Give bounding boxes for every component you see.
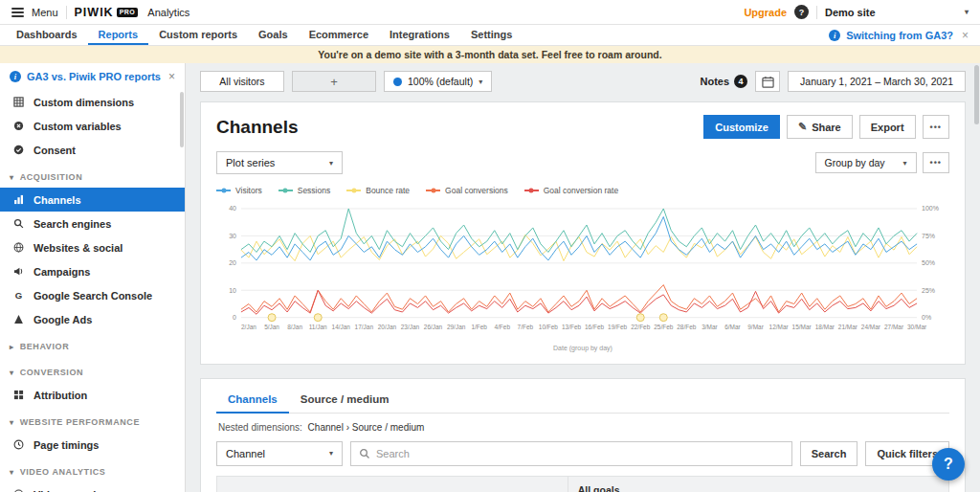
chevron-down-icon: ▾ <box>329 449 333 458</box>
nav-tab-ecommerce[interactable]: Ecommerce <box>299 25 379 45</box>
svg-text:22/Feb: 22/Feb <box>631 324 651 330</box>
close-icon[interactable]: × <box>962 29 969 42</box>
share-button[interactable]: ✎Share <box>787 115 853 139</box>
google-ads-icon <box>12 314 25 324</box>
svg-text:30/Mar: 30/Mar <box>907 324 927 330</box>
hamburger-menu-icon[interactable] <box>11 8 24 17</box>
nav-tab-custom-reports[interactable]: Custom reports <box>148 25 248 45</box>
tab-channels[interactable]: Channels <box>216 388 289 414</box>
search-button[interactable]: Search <box>800 441 858 466</box>
consent-icon <box>12 145 25 155</box>
help-button[interactable]: ? <box>932 448 965 481</box>
sidebar-item-consent[interactable]: Consent <box>0 138 185 162</box>
sidebar-item-custom-dimensions[interactable]: Custom dimensions <box>0 90 185 114</box>
svg-text:6/Mar: 6/Mar <box>724 324 741 330</box>
section-label: ACQUISITION <box>20 172 83 182</box>
legend-marker-icon <box>346 190 361 191</box>
switching-ga3-link[interactable]: Switching from GA3? <box>846 30 953 41</box>
close-icon[interactable]: × <box>168 70 175 83</box>
customize-button[interactable]: Customize <box>703 115 780 139</box>
calendar-icon <box>762 76 774 88</box>
calendar-button[interactable] <box>755 71 780 92</box>
sidebar-item-search-engines[interactable]: Search engines <box>0 212 185 235</box>
sidebar-item-google-ads[interactable]: Google Ads <box>0 307 185 331</box>
svg-text:2/Jan: 2/Jan <box>241 324 256 330</box>
table-filters: Channel ▾ Search Quick filters <box>216 441 949 476</box>
sidebar-item-google-search-console[interactable]: GGoogle Search Console <box>0 283 185 307</box>
svg-text:24/Mar: 24/Mar <box>861 324 881 330</box>
nav-tab-integrations[interactable]: Integrations <box>379 25 460 45</box>
segment-all-visitors[interactable]: All visitors <box>200 71 284 92</box>
svg-text:23/Jan: 23/Jan <box>401 324 420 330</box>
x-axis-label: Date (group by day) <box>216 345 949 351</box>
sidebar-scrollbar-thumb[interactable] <box>180 92 184 147</box>
add-segment-button[interactable]: + <box>292 71 376 92</box>
legend-item-bounce-rate[interactable]: Bounce rate <box>346 186 410 195</box>
nested-dimensions-path: Channel › Source / medium <box>308 422 425 433</box>
site-selector[interactable]: Demo site ▾ <box>825 7 969 18</box>
nav-tab-goals[interactable]: Goals <box>248 25 299 45</box>
sampling-dot-icon <box>393 78 402 86</box>
date-range-picker[interactable]: January 1, 2021 – March 30, 2021 <box>788 71 966 92</box>
svg-text:30: 30 <box>229 233 236 239</box>
svg-text:27/Mar: 27/Mar <box>884 324 904 330</box>
sidebar-item-attribution[interactable]: Attribution <box>0 383 185 407</box>
sampling-selector[interactable]: 100% (default) ▾ <box>384 71 492 92</box>
nav-tab-reports[interactable]: Reports <box>88 25 149 45</box>
svg-text:25%: 25% <box>922 287 935 294</box>
nav-tab-settings[interactable]: Settings <box>460 25 523 45</box>
legend-marker-icon <box>216 190 231 191</box>
svg-text:5/Jan: 5/Jan <box>264 324 279 330</box>
plot-series-dropdown[interactable]: Plot series ▾ <box>216 151 343 174</box>
upgrade-link[interactable]: Upgrade <box>744 7 787 18</box>
chevron-down-icon: ▾ <box>329 159 333 168</box>
dimension-dropdown[interactable]: Channel ▾ <box>216 441 343 466</box>
menu-label[interactable]: Menu <box>32 7 58 18</box>
sidebar-section-video-analytics[interactable]: ▾VIDEO ANALYTICS <box>0 461 185 482</box>
svg-text:8/Jan: 8/Jan <box>287 324 302 330</box>
sidebar-title[interactable]: GA3 vs. Piwik PRO reports <box>27 71 163 82</box>
grid-icon <box>12 97 25 107</box>
sidebar-section-conversion[interactable]: ▾CONVERSION <box>0 362 185 383</box>
segment-toolbar: All visitors + 100% (default) ▾ Notes 4 … <box>200 71 966 92</box>
sidebar-section-website-performance[interactable]: ▾WEBSITE PERFORMANCE <box>0 412 185 433</box>
help-icon[interactable]: ? <box>794 5 809 19</box>
export-button[interactable]: Export <box>859 115 916 139</box>
sidebar-item-campaigns[interactable]: Campaigns <box>0 259 185 283</box>
info-icon: i <box>829 30 840 41</box>
svg-text:15/Mar: 15/Mar <box>792 324 813 330</box>
svg-text:40: 40 <box>229 205 236 212</box>
clock-icon <box>12 439 25 450</box>
notes-button[interactable]: Notes 4 <box>700 75 747 88</box>
legend-item-sessions[interactable]: Sessions <box>278 186 331 195</box>
sidebar-item-websites-social[interactable]: Websites & social <box>0 235 185 259</box>
legend-item-visitors[interactable]: Visitors <box>216 186 262 195</box>
sidebar-item-label: Search engines <box>33 218 111 230</box>
tab-source-medium[interactable]: Source / medium <box>289 388 401 414</box>
piwik-pro-logo[interactable]: PIWIK PRO <box>75 6 139 19</box>
sidebar: i GA3 vs. Piwik PRO reports × Custom dim… <box>0 63 186 492</box>
legend-item-goal-conversions[interactable]: Goal conversions <box>426 186 508 195</box>
sidebar-item-page-timings[interactable]: Page timings <box>0 433 185 457</box>
pro-badge: PRO <box>117 8 139 17</box>
chevron-down-icon: ▾ <box>10 173 14 182</box>
legend-label: Visitors <box>235 186 262 195</box>
sidebar-section-behavior[interactable]: ▸BEHAVIOR <box>0 336 185 357</box>
sidebar-section-acquisition[interactable]: ▾ACQUISITION <box>0 167 185 188</box>
more-options-button[interactable]: ••• <box>923 115 949 139</box>
nav-tab-dashboards[interactable]: Dashboards <box>6 25 88 45</box>
chart-more-button[interactable]: ••• <box>923 152 949 173</box>
product-name: Analytics <box>147 7 189 18</box>
svg-text:1/Feb: 1/Feb <box>471 324 487 330</box>
notes-label: Notes <box>700 76 729 87</box>
toolbar-right: Notes 4 January 1, 2021 – March 30, 2021 <box>700 71 966 92</box>
sidebar-item-channels[interactable]: Channels <box>0 188 185 212</box>
svg-text:75%: 75% <box>922 233 935 239</box>
chevron-down-icon: ▾ <box>479 78 482 86</box>
sidebar-item-custom-variables[interactable]: Custom variables <box>0 114 185 138</box>
sidebar-item-video-overview[interactable]: Video overview <box>0 482 185 492</box>
search-input[interactable] <box>376 448 784 459</box>
scrollbar-thumb[interactable] <box>974 65 979 124</box>
legend-item-goal-conversion-rate[interactable]: Goal conversion rate <box>524 186 618 195</box>
group-by-dropdown[interactable]: Group by day ▾ <box>815 152 917 173</box>
